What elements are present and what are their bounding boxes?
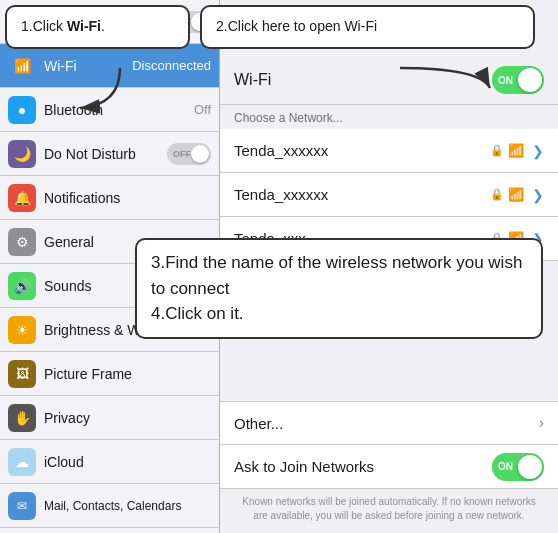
notifications-icon: 🔔 xyxy=(8,184,36,212)
sidebar-item-wifi-label: Wi-Fi xyxy=(44,58,132,74)
general-icon: ⚙ xyxy=(8,228,36,256)
main-screen: ✈ Airplane Mode OFF 📶 Wi-Fi Disconnected… xyxy=(0,0,558,533)
sidebar-item-icloud[interactable]: ☁ iCloud xyxy=(0,440,219,484)
ask-join-row[interactable]: Ask to Join Networks ON xyxy=(220,445,558,489)
wifi-signal-icon-1: 📶 xyxy=(508,143,524,158)
sidebar-item-bluetooth[interactable]: ● Bluetooth Off xyxy=(0,88,219,132)
lock-icon-1: 🔒 xyxy=(490,144,504,157)
sidebar-item-mail-label: Mail, Contacts, Calendars xyxy=(44,499,211,513)
dnd-toggle-knob xyxy=(191,145,209,163)
sidebar-item-wifi-value: Disconnected xyxy=(132,58,211,73)
ask-join-label: Ask to Join Networks xyxy=(234,458,492,475)
sidebar-item-bluetooth-value: Off xyxy=(194,102,211,117)
network-item-2[interactable]: Tenda_xxxxxx 🔒 📶 ❯ xyxy=(220,173,558,217)
ask-join-toggle-knob xyxy=(518,455,542,479)
sidebar-item-picture-frame[interactable]: 🖼 Picture Frame xyxy=(0,352,219,396)
network-name-2: Tenda_xxxxxx xyxy=(234,186,490,203)
sidebar-item-icloud-label: iCloud xyxy=(44,454,211,470)
sidebar-item-notes[interactable]: 📝 Notes xyxy=(0,528,219,533)
sidebar-item-picture-frame-label: Picture Frame xyxy=(44,366,211,382)
dnd-toggle[interactable]: OFF xyxy=(167,143,211,165)
picture-frame-icon: 🖼 xyxy=(8,360,36,388)
network-name-1: Tenda_xxxxxx xyxy=(234,142,490,159)
callout-top-left-bold: Wi-Fi xyxy=(67,18,101,34)
callout-top-left: 1.Click Wi-Fi. xyxy=(5,5,190,49)
sidebar-item-mail[interactable]: ✉ Mail, Contacts, Calendars xyxy=(0,484,219,528)
callout-top-left-suffix: . xyxy=(101,18,105,34)
sounds-icon: 🔊 xyxy=(8,272,36,300)
network-icons-1: 🔒 📶 ❯ xyxy=(490,143,544,159)
mail-icon: ✉ xyxy=(8,492,36,520)
ask-join-toggle-text: ON xyxy=(498,461,513,472)
sidebar-item-wifi[interactable]: 📶 Wi-Fi Disconnected xyxy=(0,44,219,88)
ask-join-note: Known networks will be joined automatica… xyxy=(220,489,558,533)
network-item-1[interactable]: Tenda_xxxxxx 🔒 📶 ❯ xyxy=(220,129,558,173)
sidebar-item-notifications-label: Notifications xyxy=(44,190,211,206)
callout-bottom-text: 3.Find the name of the wireless network … xyxy=(151,253,522,323)
callout-bottom: 3.Find the name of the wireless network … xyxy=(135,238,543,339)
sidebar-item-dnd[interactable]: 🌙 Do Not Disturb OFF xyxy=(0,132,219,176)
callout-top-right: 2.Click here to open Wi-Fi xyxy=(200,5,535,49)
wifi-icon: 📶 xyxy=(8,52,36,80)
wifi-toggle-knob xyxy=(518,68,542,92)
other-chevron-icon: › xyxy=(539,414,544,432)
bluetooth-icon: ● xyxy=(8,96,36,124)
network-icons-2: 🔒 📶 ❯ xyxy=(490,187,544,203)
sidebar-item-privacy[interactable]: ✋ Privacy xyxy=(0,396,219,440)
sidebar-item-dnd-label: Do Not Disturb xyxy=(44,146,167,162)
dnd-toggle-text: OFF xyxy=(173,149,191,159)
wifi-toggle[interactable]: ON xyxy=(492,66,544,94)
ask-join-toggle[interactable]: ON xyxy=(492,453,544,481)
wifi-signal-icon-2: 📶 xyxy=(508,187,524,202)
other-row[interactable]: Other... › xyxy=(220,401,558,445)
dnd-icon: 🌙 xyxy=(8,140,36,168)
wifi-header-label: Wi-Fi xyxy=(234,71,492,89)
chevron-icon-2: ❯ xyxy=(532,187,544,203)
wifi-toggle-text: ON xyxy=(498,75,513,86)
sidebar-item-notifications[interactable]: 🔔 Notifications xyxy=(0,176,219,220)
choose-network-label: Choose a Network... xyxy=(220,105,558,129)
brightness-icon: ☀ xyxy=(8,316,36,344)
icloud-icon: ☁ xyxy=(8,448,36,476)
sidebar-item-bluetooth-label: Bluetooth xyxy=(44,102,194,118)
other-label: Other... xyxy=(234,415,539,432)
chevron-icon-1: ❯ xyxy=(532,143,544,159)
privacy-icon: ✋ xyxy=(8,404,36,432)
callout-top-left-prefix: 1.Click xyxy=(21,18,67,34)
callout-top-right-text: 2.Click here to open Wi-Fi xyxy=(216,18,377,34)
wifi-header: Wi-Fi ON xyxy=(220,56,558,105)
lock-icon-2: 🔒 xyxy=(490,188,504,201)
sidebar-item-privacy-label: Privacy xyxy=(44,410,211,426)
